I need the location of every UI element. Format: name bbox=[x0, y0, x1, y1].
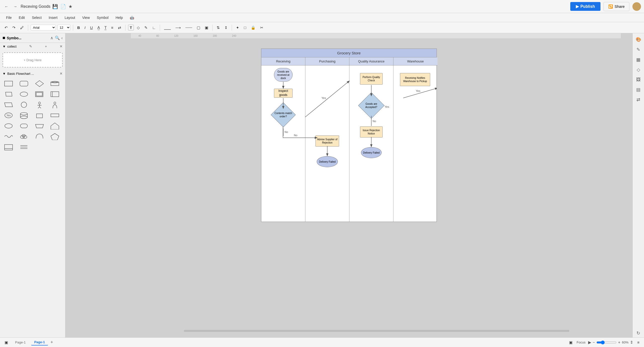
shape-circle[interactable] bbox=[18, 100, 30, 109]
publish-button[interactable]: ▶ Publish bbox=[570, 2, 600, 11]
scissors-button[interactable]: ✂ bbox=[259, 24, 265, 31]
fill-button[interactable]: ◇ bbox=[135, 24, 141, 31]
bold-button[interactable]: B bbox=[76, 24, 82, 31]
edit-button[interactable]: □ bbox=[242, 24, 248, 31]
undo-button[interactable]: ↶ bbox=[3, 24, 9, 31]
line-style-button[interactable]: ⎯⎯⎯ bbox=[163, 24, 172, 31]
drag-here-box[interactable]: + Drag Here bbox=[3, 52, 63, 67]
basic-close-btn[interactable]: ✕ bbox=[60, 72, 63, 76]
shape-yes-bubble[interactable]: Yes bbox=[3, 111, 15, 120]
sidebar-search-btn[interactable]: 🔍 bbox=[55, 36, 60, 40]
arrow-style-button[interactable]: ⟶ bbox=[174, 24, 182, 31]
focus-toggle-btn[interactable]: ▣ bbox=[568, 339, 574, 346]
shape-banner[interactable] bbox=[49, 79, 61, 88]
shape-slant-rect[interactable] bbox=[3, 100, 15, 109]
shape-ellipse[interactable] bbox=[18, 90, 30, 99]
properties-panel-btn[interactable]: ✎ bbox=[635, 45, 642, 54]
menu-file[interactable]: File bbox=[3, 15, 15, 21]
page-tab-inactive[interactable]: Page-1 bbox=[12, 339, 29, 345]
shape-wave[interactable] bbox=[3, 132, 15, 141]
redo-button[interactable]: ↷ bbox=[11, 24, 17, 31]
font-select[interactable]: Arial bbox=[31, 25, 56, 30]
page-tab-active[interactable]: Page-1 bbox=[31, 339, 48, 345]
connector-button[interactable]: ∟ bbox=[151, 24, 157, 31]
shape-house[interactable] bbox=[49, 121, 61, 130]
shape-rect[interactable] bbox=[3, 79, 15, 88]
font-size-select[interactable]: 12 bbox=[57, 25, 70, 30]
shape-person-alt[interactable] bbox=[49, 100, 61, 109]
sidebar-hide-btn[interactable]: ‹ bbox=[61, 36, 63, 40]
shape-diamond[interactable] bbox=[33, 79, 46, 88]
node-goods-accepted[interactable]: Goods are Accepted? bbox=[359, 95, 383, 116]
distribute-v-button[interactable]: ⇕ bbox=[223, 24, 229, 31]
shape-double-rect[interactable] bbox=[33, 90, 46, 99]
canvas-area[interactable]: 4080120160200240 Grocery Store Receiving bbox=[65, 33, 632, 337]
node-perform-quality[interactable]: Perform Quality Check bbox=[360, 73, 383, 85]
dash-style-button[interactable]: ┄┄┄ bbox=[184, 24, 194, 31]
shape-parallelogram[interactable] bbox=[3, 90, 15, 99]
menu-help[interactable]: Help bbox=[112, 15, 126, 21]
rect-button[interactable]: ▢ bbox=[195, 24, 202, 31]
collect-close-btn[interactable]: ✕ bbox=[60, 44, 63, 48]
data-panel-btn[interactable]: ◇ bbox=[635, 65, 642, 74]
shape-cylinder[interactable] bbox=[18, 111, 30, 120]
collect-edit-btn[interactable]: ✎ bbox=[29, 44, 32, 48]
shape-rounded-sm[interactable] bbox=[18, 121, 30, 130]
panel-toggle-btn[interactable]: ▣ bbox=[3, 339, 10, 346]
zoom-out-btn[interactable]: − bbox=[593, 340, 595, 345]
sidebar-collapse-btn[interactable]: ∧ bbox=[50, 36, 53, 40]
properties-btn[interactable]: ≡ bbox=[636, 339, 641, 345]
share-button[interactable]: 🔁 Share bbox=[603, 2, 629, 11]
shape-page-bottom[interactable] bbox=[3, 143, 15, 152]
node-inspect-goods[interactable]: Inspect goods bbox=[274, 89, 293, 98]
italic-button[interactable]: I bbox=[83, 24, 87, 31]
shape-pentagon[interactable] bbox=[49, 132, 61, 141]
add-page-btn[interactable]: + bbox=[51, 340, 53, 345]
node-delivery-failed-1[interactable]: Delivery Failed bbox=[317, 156, 338, 167]
menu-select[interactable]: Select bbox=[29, 15, 45, 21]
shape-person[interactable] bbox=[33, 100, 46, 109]
shape-striped-rect[interactable] bbox=[49, 90, 61, 99]
zoom-expand-btn[interactable]: ⇕ bbox=[630, 340, 633, 345]
zoom-in-btn[interactable]: + bbox=[618, 340, 620, 345]
node-contents-match[interactable]: Contents match order? bbox=[273, 105, 293, 124]
back-button[interactable]: ← bbox=[3, 3, 10, 10]
shape-oval[interactable] bbox=[3, 121, 15, 130]
text-format-button[interactable]: T̲ bbox=[103, 24, 108, 31]
text-mode-button[interactable]: T bbox=[128, 25, 134, 30]
menu-view[interactable]: View bbox=[79, 15, 93, 21]
shape-rounded-rect[interactable] bbox=[18, 79, 30, 88]
text-align-button[interactable]: ⇄ bbox=[116, 24, 123, 31]
image-panel-btn[interactable]: 🖼 bbox=[635, 76, 642, 84]
collect-add-btn[interactable]: + bbox=[45, 44, 47, 48]
section-basic-header[interactable]: ▼ Basic Flowchart ... ✕ bbox=[0, 70, 65, 77]
h-scrollbar[interactable] bbox=[136, 330, 617, 332]
forward-button[interactable]: → bbox=[12, 3, 19, 10]
shape-lines[interactable] bbox=[18, 143, 30, 152]
sparkle-button[interactable]: ✦ bbox=[234, 24, 241, 31]
menu-extra[interactable]: 🤖 bbox=[127, 15, 137, 21]
align-center-button[interactable]: ≡ bbox=[110, 24, 115, 31]
shape-trapezoid[interactable] bbox=[33, 121, 46, 130]
transform-panel-btn[interactable]: ⇄ bbox=[635, 95, 642, 104]
node-receiving-notifies[interactable]: Receiving Notifies Warehouse to Pickup bbox=[400, 73, 430, 86]
menu-symbol[interactable]: Symbol bbox=[94, 15, 112, 21]
node-delivery-failed-2[interactable]: Delivery Failed bbox=[361, 147, 382, 158]
save-icon-btn[interactable]: 💾 bbox=[52, 4, 58, 9]
star-icon-btn[interactable]: ★ bbox=[68, 4, 72, 9]
distribute-h-button[interactable]: ⇅ bbox=[215, 24, 221, 31]
font-color-button[interactable]: A̲ bbox=[96, 24, 101, 31]
shadow-button[interactable]: ▣ bbox=[203, 24, 210, 31]
zoom-slider[interactable] bbox=[596, 340, 617, 344]
node-advise-supplier[interactable]: Advise Supplier of Rejection bbox=[315, 135, 339, 147]
shape-rect-sm[interactable] bbox=[33, 111, 46, 120]
menu-insert[interactable]: Insert bbox=[46, 15, 61, 21]
section-collect-header[interactable]: ▼ collect ✎ + ✕ bbox=[0, 43, 65, 50]
layers-panel-btn[interactable]: ▦ bbox=[635, 55, 642, 64]
format-painter-button[interactable]: 🖉 bbox=[19, 24, 25, 31]
shape-cloud[interactable] bbox=[18, 132, 30, 141]
node-issue-rejection[interactable]: Issue Rejection Notice bbox=[360, 126, 383, 137]
underline-button[interactable]: U bbox=[89, 24, 94, 31]
history-panel-btn[interactable]: ↻ bbox=[635, 329, 642, 337]
menu-edit[interactable]: Edit bbox=[16, 15, 28, 21]
